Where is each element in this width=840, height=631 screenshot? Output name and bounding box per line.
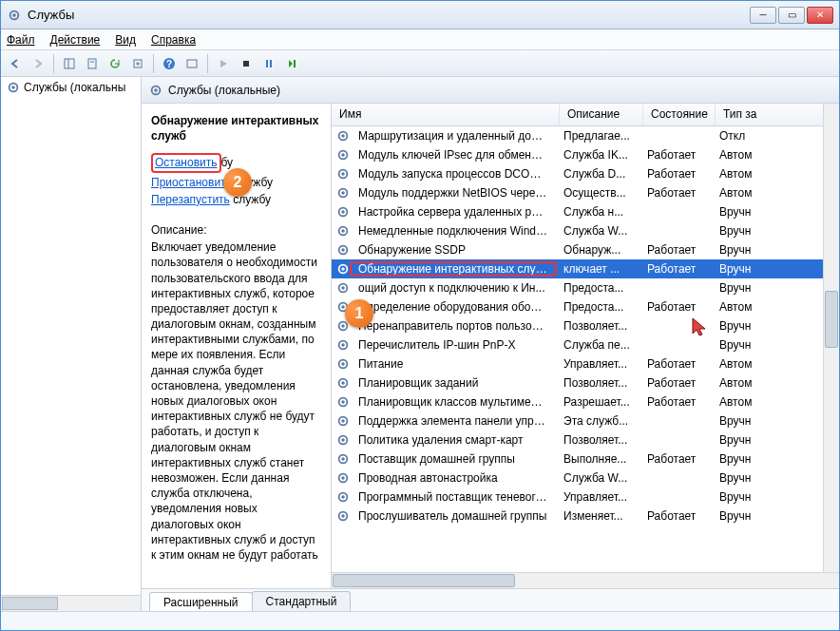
svg-rect-13 [294, 60, 296, 67]
col-description[interactable]: Описание [560, 104, 643, 125]
service-row[interactable]: Обнаружение интерактивных службключает .… [332, 259, 839, 278]
svg-point-59 [341, 514, 345, 518]
col-name[interactable]: Имя [332, 104, 560, 125]
gear-icon [335, 413, 351, 429]
col-startup-type[interactable]: Тип за [716, 104, 839, 125]
service-row[interactable]: Маршрутизация и удаленный доступПредлага… [332, 126, 839, 145]
service-row[interactable]: Определение оборудования оболоч...Предос… [332, 297, 839, 316]
service-row[interactable]: Поддержка элемента панели управл...Эта с… [332, 411, 839, 430]
content-header: Службы (локальные) [142, 77, 839, 104]
back-button[interactable] [5, 53, 26, 74]
svg-point-51 [341, 438, 345, 442]
service-name: Модуль поддержки NetBIOS через T... [351, 186, 556, 200]
service-row[interactable]: Политика удаления смарт-картПозволяет...… [332, 430, 839, 449]
menu-help[interactable]: Справка [151, 33, 196, 47]
svg-rect-11 [266, 60, 268, 67]
service-desc: Осуществ... [556, 186, 640, 200]
svg-point-53 [341, 457, 345, 461]
service-row[interactable]: Обнаружение SSDPОбнаруж...РаботаетВручн [332, 240, 839, 259]
svg-point-47 [341, 400, 345, 404]
service-row[interactable]: Модуль ключей IPsec для обмена к...Служб… [332, 145, 839, 164]
svg-point-41 [341, 343, 345, 347]
restart-service-button[interactable] [281, 53, 302, 74]
svg-point-55 [341, 476, 345, 480]
service-row[interactable]: Проводная автонастройкаСлужба W...Вручн [332, 468, 839, 488]
list-hscrollbar[interactable] [332, 572, 839, 588]
service-desc: Служба D... [556, 167, 640, 181]
forward-button[interactable] [28, 53, 48, 74]
service-state: Работает [640, 262, 712, 276]
service-name: Определение оборудования оболоч... [351, 300, 556, 314]
svg-point-27 [341, 210, 345, 214]
console-button[interactable] [181, 53, 202, 74]
service-row[interactable]: Планировщик классов мультимедиаРазрешает… [332, 392, 839, 411]
gear-icon [335, 166, 351, 182]
service-state: Работает [640, 395, 712, 409]
service-row[interactable]: Перечислитель IP-шин PnP-XСлужба пе...Вр… [332, 335, 839, 354]
show-hide-tree-button[interactable] [59, 53, 80, 74]
service-desc: Служба W... [556, 471, 640, 485]
pause-service-button[interactable] [258, 53, 279, 74]
service-name: Поставщик домашней группы [351, 452, 556, 466]
svg-text:?: ? [166, 59, 172, 69]
service-type: Вручн [712, 243, 823, 257]
service-name: Прослушиватель домашней группы [351, 509, 556, 523]
service-row[interactable]: Поставщик домашней группыВыполняе...Рабо… [332, 449, 839, 468]
restart-link[interactable]: Перезапустить [151, 193, 230, 206]
tab-standard[interactable]: Стандартный [252, 591, 352, 611]
svg-rect-4 [88, 59, 96, 68]
svg-rect-9 [187, 60, 197, 67]
menu-file[interactable]: Файл [7, 33, 35, 47]
service-row[interactable]: ощий доступ к подключению к Ин...Предост… [332, 278, 839, 297]
service-state: Работает [640, 357, 712, 371]
svg-point-17 [154, 88, 158, 92]
service-desc: Предоста... [556, 300, 640, 314]
service-name: Обнаружение SSDP [351, 243, 556, 257]
start-service-button[interactable] [213, 53, 234, 74]
gear-icon [335, 147, 351, 163]
service-row[interactable]: ПитаниеУправляет...РаботаетАвтом [332, 354, 839, 373]
properties-button[interactable] [82, 53, 103, 74]
service-row[interactable]: Прослушиватель домашней группыИзменяет..… [332, 507, 839, 526]
refresh-button[interactable] [105, 53, 125, 74]
help-button[interactable]: ? [159, 53, 180, 74]
gear-icon [335, 394, 351, 410]
service-row[interactable]: Программный поставщик теневого ...Управл… [332, 488, 839, 507]
service-name: Обнаружение интерактивных служб [351, 262, 556, 276]
list-header: Имя Описание Состояние Тип за [332, 104, 839, 126]
service-type: Вручн [712, 471, 823, 485]
export-button[interactable] [127, 53, 148, 74]
service-name: Модуль ключей IPsec для обмена к... [351, 148, 556, 162]
svg-point-33 [341, 267, 345, 271]
pause-link[interactable]: Приостановить [151, 176, 232, 189]
stop-link[interactable]: Остановить [155, 156, 218, 169]
menu-action[interactable]: Действие [50, 33, 101, 47]
close-button[interactable]: ✕ [807, 7, 833, 24]
list-vscrollbar[interactable] [823, 104, 839, 572]
tree-hscrollbar[interactable] [1, 595, 141, 611]
service-state: Работает [640, 300, 712, 314]
tab-extended[interactable]: Расширенный [149, 592, 253, 611]
minimize-button[interactable]: ─ [750, 7, 776, 24]
svg-point-31 [341, 248, 345, 252]
service-row[interactable]: Настройка сервера удаленных раб...Служба… [332, 202, 839, 221]
service-row[interactable]: Немедленные подключения Windo...Служба W… [332, 221, 839, 240]
annotation-badge-1: 1 [345, 299, 373, 328]
service-name: Модуль запуска процессов DCOM-с... [351, 167, 556, 181]
gear-icon [335, 261, 351, 277]
col-state[interactable]: Состояние [643, 104, 716, 125]
titlebar: Службы ─ ▭ ✕ [1, 1, 839, 29]
stop-service-button[interactable] [236, 53, 257, 74]
service-type: Вручн [712, 338, 823, 352]
gear-icon [335, 489, 351, 505]
maximize-button[interactable]: ▭ [778, 7, 805, 24]
service-row[interactable]: Модуль поддержки NetBIOS через T...Осуще… [332, 183, 839, 202]
gear-icon [335, 432, 351, 448]
service-row[interactable]: Планировщик заданийПозволяет...РаботаетА… [332, 373, 839, 392]
service-row[interactable]: Перенаправитель портов пользоват...Позво… [332, 316, 839, 335]
description-text: Включает уведомление пользователя о необ… [151, 239, 321, 563]
tree-root[interactable]: Службы (локальны [1, 77, 141, 98]
gear-icon [335, 375, 351, 391]
menu-view[interactable]: Вид [115, 33, 136, 47]
service-row[interactable]: Модуль запуска процессов DCOM-с...Служба… [332, 164, 839, 183]
